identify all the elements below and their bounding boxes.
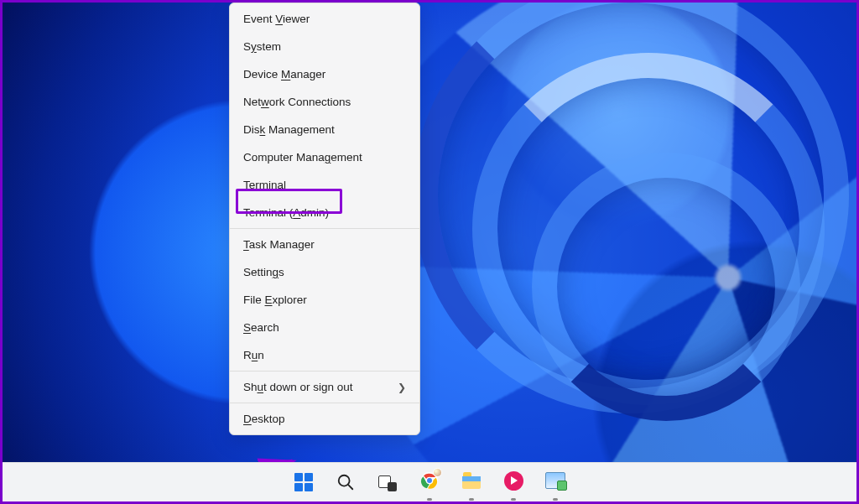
menu-item-device-manager[interactable]: Device Manager — [230, 60, 419, 88]
menu-item-label: File Explorer — [243, 294, 307, 306]
desktop-wallpaper — [3, 3, 856, 501]
svg-line-1 — [348, 485, 352, 489]
menu-item-label: Event Viewer — [243, 13, 310, 25]
menu-item-system[interactable]: System — [230, 33, 419, 60]
menu-item-label: System — [243, 40, 281, 53]
menu-separator — [230, 403, 419, 403]
search-icon — [336, 473, 355, 491]
menu-item-network-connections[interactable]: Network Connections — [230, 88, 419, 116]
menu-item-label: Run — [243, 349, 264, 361]
control-panel-icon — [545, 472, 565, 489]
menu-item-label: Search — [243, 321, 279, 334]
menu-item-computer-management[interactable]: Computer Management — [230, 143, 419, 171]
menu-item-run[interactable]: Run — [230, 341, 419, 369]
profile-badge-icon — [433, 468, 442, 477]
menu-item-event-viewer[interactable]: Event Viewer — [230, 5, 419, 33]
menu-item-label: Shut down or sign out — [243, 381, 353, 393]
menu-item-label: Terminal (Admin) — [243, 206, 329, 219]
menu-item-task-manager[interactable]: Task Manager — [230, 231, 419, 258]
menu-item-label: Network Connections — [243, 96, 351, 108]
menu-item-label: Device Manager — [243, 68, 325, 81]
menu-item-settings[interactable]: Settings — [230, 258, 419, 286]
control-panel-taskbar-button[interactable] — [539, 464, 572, 497]
file-explorer-icon — [462, 472, 481, 489]
winx-context-menu: Event ViewerSystemDevice ManagerNetwork … — [229, 3, 420, 435]
menu-item-label: Terminal — [243, 179, 286, 191]
menu-separator — [230, 228, 419, 229]
media-app-taskbar-button[interactable] — [497, 464, 530, 497]
file-explorer-taskbar-button[interactable] — [455, 464, 488, 497]
start-button[interactable] — [287, 465, 320, 499]
menu-item-terminal[interactable]: Terminal — [230, 171, 419, 199]
menu-item-label: Task Manager — [243, 238, 315, 251]
task-view-button[interactable] — [371, 465, 404, 499]
media-app-icon — [504, 471, 523, 491]
chevron-right-icon: ❯ — [398, 382, 406, 393]
task-view-icon — [378, 473, 397, 491]
menu-item-desktop[interactable]: Desktop — [230, 405, 419, 433]
menu-item-label: Settings — [243, 266, 284, 278]
menu-item-label: Disk Management — [243, 123, 335, 136]
menu-item-terminal-admin[interactable]: Terminal (Admin) — [230, 199, 419, 226]
menu-item-search[interactable]: Search — [230, 314, 419, 341]
taskbar — [3, 462, 856, 501]
chrome-taskbar-button[interactable] — [413, 464, 446, 497]
search-button[interactable] — [329, 465, 362, 499]
menu-item-shut-down-or-sign-out[interactable]: Shut down or sign out❯ — [230, 373, 419, 401]
menu-item-label: Desktop — [243, 413, 285, 425]
menu-item-label: Computer Management — [243, 151, 362, 164]
menu-separator — [230, 371, 419, 372]
menu-item-disk-management[interactable]: Disk Management — [230, 116, 419, 143]
menu-item-file-explorer[interactable]: File Explorer — [230, 286, 419, 314]
windows-logo-icon — [294, 473, 313, 491]
